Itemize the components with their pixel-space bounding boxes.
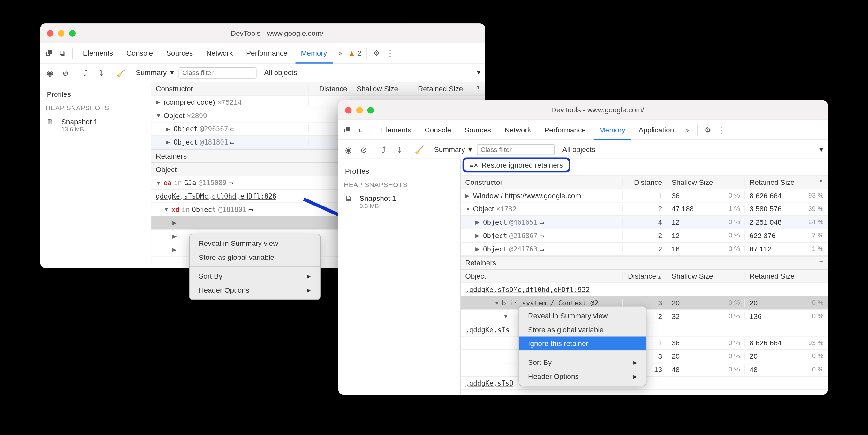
obj-name: GJa [184, 179, 196, 186]
tab-console[interactable]: Console [419, 120, 457, 140]
menu-sort-by[interactable]: Sort By▸ [190, 269, 320, 283]
disclosure-icon[interactable]: ▼ [163, 207, 169, 213]
tab-console[interactable]: Console [121, 43, 159, 63]
object-row[interactable]: ▶Object @241763 ▭ 2 160 % 87 1121 % [461, 243, 828, 256]
device-toolbar-icon[interactable]: ⧉ [57, 49, 68, 58]
col-distance[interactable]: Distance [622, 178, 666, 186]
retainer-link-row[interactable]: ,qddgKe,sTsDMc,dtl0hd,eHDfl:932 [461, 283, 828, 297]
view-select[interactable]: Summary▾ [136, 68, 174, 76]
tab-elements[interactable]: Elements [77, 43, 118, 63]
tab-network[interactable]: Network [499, 120, 537, 140]
col-retained[interactable]: Retained Size [413, 85, 485, 93]
tab-performance[interactable]: Performance [240, 43, 293, 63]
disclosure-icon[interactable]: ▼ [156, 180, 161, 186]
panel-menu-icon[interactable]: ≡ [819, 258, 823, 267]
export-icon[interactable]: ⤴ [378, 145, 390, 154]
col-shallow[interactable]: Shallow Size [666, 272, 744, 280]
restore-ignored-retainers-button[interactable]: ≡× Restore ignored retainers [462, 157, 570, 172]
gc-icon[interactable]: 🧹 [116, 68, 127, 77]
object-row[interactable]: ▶Object @216867 ▭ 2 120 % 622 3767 % [461, 229, 828, 243]
export-icon[interactable]: ⤴ [80, 68, 91, 77]
view-select[interactable]: Summary▾ [434, 145, 472, 154]
kebab-menu-icon[interactable]: ⋮ [384, 48, 396, 58]
traffic-lights[interactable] [46, 30, 76, 36]
sidebar-item-snapshot1[interactable]: 🗎 Snapshot 1 9.3 MB [344, 192, 455, 211]
col-shallow[interactable]: Shallow Size [666, 178, 744, 186]
obj-id: @181801 [218, 206, 246, 213]
titlebar[interactable]: DevTools - www.google.com/ [338, 100, 828, 120]
submenu-icon: ▸ [633, 372, 637, 380]
restore-icon: ≡× [470, 161, 478, 169]
tab-sources[interactable]: Sources [161, 43, 198, 63]
sidebar-item-snapshot1[interactable]: 🗎 Snapshot 1 13.6 MB [45, 115, 145, 135]
element-icon: ▭ [249, 206, 253, 213]
tab-memory[interactable]: Memory [593, 120, 631, 140]
snapshot-icon: 🗎 [345, 194, 355, 203]
minimize-window-icon[interactable] [356, 106, 363, 113]
sidebar-title: Profiles [345, 167, 455, 175]
issues-badge[interactable]: ▲2 [348, 49, 362, 57]
context-menu-right[interactable]: Reveal in Summary view Store as global v… [519, 306, 646, 386]
menu-ignore-retainer[interactable]: Ignore this retainer [519, 337, 646, 351]
col-object[interactable]: Object [461, 272, 622, 280]
col-constructor[interactable]: Constructor [461, 178, 622, 186]
clear-icon[interactable]: ⊘ [358, 145, 369, 154]
close-window-icon[interactable] [345, 106, 352, 113]
disclosure-icon[interactable]: ▶ [166, 139, 171, 145]
tab-performance[interactable]: Performance [539, 120, 592, 140]
record-icon[interactable]: ◉ [343, 145, 354, 154]
scope-select[interactable]: All objects [264, 68, 297, 76]
menu-header-options[interactable]: Header Options▸ [519, 369, 646, 383]
dropdown-icon[interactable]: ▾ [477, 68, 481, 76]
scope-select[interactable]: All objects [562, 145, 595, 154]
obj-id: @115089 [198, 179, 227, 186]
tab-memory[interactable]: Memory [295, 43, 333, 63]
menu-sort-by[interactable]: Sort By▸ [519, 355, 646, 370]
main-tabbar: ⮻ ⧉ Elements Console Sources Network Per… [40, 43, 485, 63]
col-shallow[interactable]: Shallow Size [352, 85, 413, 93]
class-filter-input[interactable] [476, 144, 555, 155]
profiles-sidebar: Profiles HEAP SNAPSHOTS 🗎 Snapshot 1 13.… [40, 82, 151, 268]
tab-sources[interactable]: Sources [459, 120, 497, 140]
tab-network[interactable]: Network [201, 43, 239, 63]
traffic-lights[interactable] [345, 106, 374, 113]
class-filter-input[interactable] [179, 67, 256, 78]
import-icon[interactable]: ⤵ [96, 68, 107, 77]
settings-icon[interactable]: ⚙ [371, 49, 382, 57]
import-icon[interactable]: ⤵ [394, 145, 405, 154]
tabs-overflow-icon[interactable]: » [682, 126, 693, 134]
disclosure-icon[interactable]: ▶ [156, 99, 161, 105]
close-window-icon[interactable] [46, 30, 53, 36]
settings-icon[interactable]: ⚙ [702, 126, 713, 134]
clear-icon[interactable]: ⊘ [60, 68, 71, 77]
menu-reveal-summary[interactable]: Reveal in Summary view [519, 309, 646, 323]
titlebar[interactable]: DevTools - www.google.com/ [40, 23, 485, 43]
constructor-row[interactable]: ▶Window / https://www.google.com 1 360 %… [461, 189, 828, 203]
tab-elements[interactable]: Elements [376, 120, 417, 140]
zoom-window-icon[interactable] [367, 106, 374, 113]
kebab-menu-icon[interactable]: ⋮ [716, 124, 727, 135]
device-toolbar-icon[interactable]: ⧉ [355, 125, 366, 134]
gc-icon[interactable]: 🧹 [414, 145, 425, 154]
col-distance[interactable]: Distance [308, 85, 352, 93]
tab-application[interactable]: Application [633, 120, 680, 140]
minimize-window-icon[interactable] [58, 30, 64, 36]
menu-header-options[interactable]: Header Options▸ [190, 283, 320, 297]
menu-store-global[interactable]: Store as global variable [519, 323, 646, 337]
col-constructor[interactable]: Constructor [151, 85, 308, 93]
col-distance[interactable]: Distance [622, 272, 666, 280]
inspect-icon[interactable]: ⮻ [342, 126, 353, 134]
col-retained[interactable]: Retained Size [744, 272, 828, 280]
tabs-overflow-icon[interactable]: » [335, 49, 346, 57]
record-icon[interactable]: ◉ [44, 68, 56, 77]
disclosure-icon[interactable]: ▶ [173, 220, 178, 226]
constructor-row[interactable]: ▼Object ×1782 2 47 1881 % 3 580 57639 % [461, 203, 828, 216]
zoom-window-icon[interactable] [69, 30, 76, 36]
snapshot-icon: 🗎 [46, 118, 57, 126]
col-retained[interactable]: Retained Size [744, 178, 828, 186]
prop-name: xd [172, 206, 179, 213]
object-row[interactable]: ▶Object @461651 ▭ 4 120 % 2 251 04824 % [461, 216, 828, 229]
disclosure-icon[interactable]: ▼ [156, 112, 161, 118]
inspect-icon[interactable]: ⮻ [43, 49, 55, 57]
disclosure-icon[interactable]: ▶ [166, 126, 171, 132]
